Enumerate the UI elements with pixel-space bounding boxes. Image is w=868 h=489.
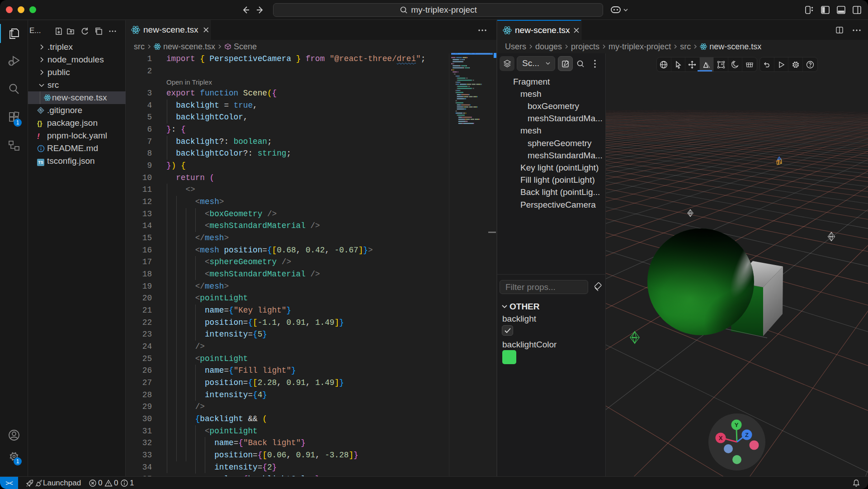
svg-text:Z: Z [745,432,749,438]
svg-text:X: X [719,435,723,442]
svg-text:Y: Y [735,422,739,428]
